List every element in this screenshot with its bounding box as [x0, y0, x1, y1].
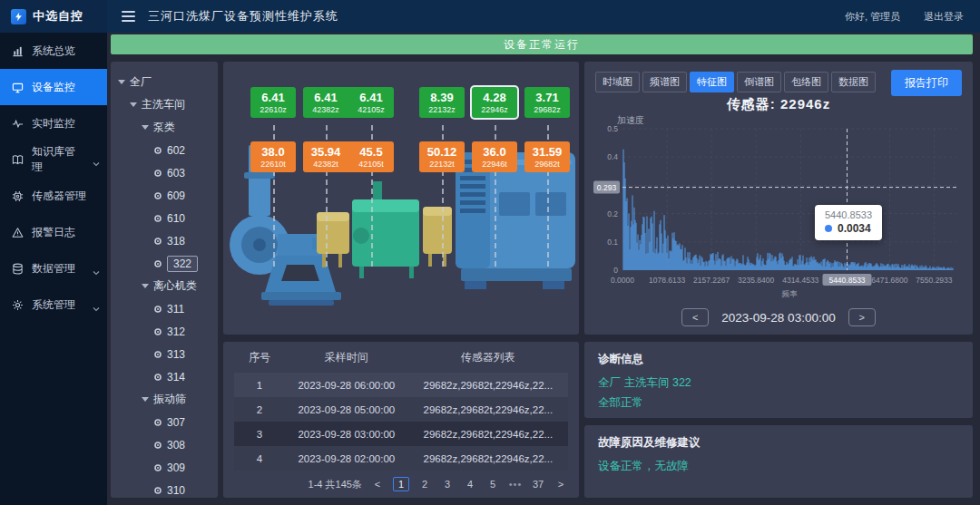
print-report-button[interactable]: 报告打印 — [891, 70, 962, 96]
gear-node-icon — [153, 486, 162, 495]
tree-node-312[interactable]: 312 — [114, 320, 214, 343]
sensor-42382z[interactable]: 6.4142382z — [303, 87, 348, 118]
equipment-image — [223, 145, 579, 326]
current-date: 2023-09-28 03:00:00 — [721, 311, 835, 325]
tab-3[interactable]: 倒谱图 — [737, 72, 781, 92]
realtime-monitor-icon — [12, 118, 24, 130]
gear-node-icon — [153, 373, 162, 382]
diagnosis-title: 诊断信息 — [598, 352, 959, 367]
tab-1[interactable]: 频谱图 — [642, 72, 687, 92]
table-row[interactable]: 42023-09-28 02:00:0029682z,29682t,22946z… — [234, 446, 568, 471]
date-navigation: < 2023-09-28 03:00:00 > — [584, 308, 973, 326]
tree-node-314[interactable]: 314 — [114, 365, 214, 388]
sensor-29682z[interactable]: 3.7129682z — [524, 87, 570, 118]
gear-node-icon — [153, 350, 162, 359]
sensor-22610z[interactable]: 6.4122610z — [250, 87, 296, 118]
menu-toggle-icon[interactable] — [122, 11, 135, 22]
sensor-value-box: 3.7129682z — [524, 87, 570, 118]
tree-node-label: 310 — [167, 484, 185, 497]
next-date-button[interactable]: > — [848, 308, 876, 326]
tree-branch-vibrating-screens[interactable]: 振动筛 — [114, 388, 214, 411]
table-row[interactable]: 12023-09-28 06:00:0029682z,29682t,22946z… — [234, 373, 568, 397]
tree-branch-pumps[interactable]: 泵类 — [114, 116, 214, 139]
sensor-42382t[interactable]: 35.9442382t — [303, 141, 348, 172]
sidebar-item-label: 系统总览 — [32, 44, 75, 59]
page-button-5[interactable]: 5 — [485, 479, 500, 490]
page-button-3[interactable]: 3 — [440, 479, 455, 490]
sensor-value-box: 6.4122610z — [250, 87, 296, 118]
sensor-22610t[interactable]: 38.022610t — [250, 141, 296, 172]
tree-node-322[interactable]: 322 — [114, 252, 214, 275]
tree-node-307[interactable]: 307 — [114, 411, 214, 433]
chart-panel: 时域图频谱图特征图倒谱图包络图数据图 报告打印 传感器: 22946z 加速度 … — [584, 62, 973, 335]
tree-node-308[interactable]: 308 — [114, 433, 214, 456]
chevron-down-icon — [93, 302, 100, 307]
spectrum-chart[interactable]: 00.10.20.40.50.00001078.61332157.2267323… — [592, 121, 965, 308]
sidebar-item-realtime[interactable]: 实时监控 — [0, 105, 107, 141]
tree-node-602[interactable]: 602 — [114, 139, 214, 161]
svg-text:0.4: 0.4 — [607, 152, 618, 161]
sidebar-item-device-monitor[interactable]: 设备监控 — [0, 69, 107, 105]
gear-node-icon — [153, 191, 162, 200]
table-row[interactable]: 32023-09-28 03:00:0029682z,29682t,22946z… — [234, 422, 568, 446]
tab-5[interactable]: 数据图 — [831, 72, 876, 92]
gear-node-icon — [153, 214, 162, 223]
overview-icon — [12, 45, 24, 57]
tab-2[interactable]: 特征图 — [690, 72, 734, 92]
tab-0[interactable]: 时域图 — [595, 72, 640, 92]
sensor-value: 35.94 — [311, 145, 341, 159]
sensor-temp-box: 38.022610t — [250, 141, 296, 172]
tree-node-label: 全厂 — [130, 74, 152, 90]
svg-text:5440.8533: 5440.8533 — [828, 276, 865, 285]
sensor-id: 42105z — [358, 104, 385, 115]
sensor-22946z[interactable]: 4.2822946z — [472, 87, 517, 118]
sidebar-item-label: 设备监控 — [32, 80, 75, 95]
sidebar-item-overview[interactable]: 系统总览 — [0, 33, 107, 69]
sidebar-item-data-manage[interactable]: 数据管理 — [0, 250, 107, 286]
svg-text:7550.2933: 7550.2933 — [916, 276, 952, 285]
sensor-value: 50.12 — [427, 145, 457, 159]
sidebar-item-system-manage[interactable]: 系统管理 — [0, 286, 107, 323]
pagination-ellipsis: ••• — [508, 479, 523, 490]
sidebar-item-knowledge[interactable]: 知识库管理 — [0, 141, 107, 178]
sensor-value: 36.0 — [483, 145, 505, 159]
page-button-2[interactable]: 2 — [417, 479, 432, 490]
tree-node-313[interactable]: 313 — [114, 343, 214, 365]
sensor-42105z[interactable]: 6.4142105z — [348, 87, 394, 118]
page-button-4[interactable]: 4 — [463, 479, 477, 490]
tree-node-318[interactable]: 318 — [114, 229, 214, 252]
svg-text:0.0000: 0.0000 — [611, 276, 634, 285]
prev-date-button[interactable]: < — [681, 308, 709, 326]
prev-page-button[interactable]: < — [370, 479, 385, 490]
tree-node-label: 主洗车间 — [142, 97, 185, 112]
sensor-id: 42105t — [358, 159, 384, 170]
tree-node-603[interactable]: 603 — [114, 161, 214, 184]
sidebar-item-sensor-manage[interactable]: 传感器管理 — [0, 178, 107, 214]
tree-node-609[interactable]: 609 — [114, 184, 214, 207]
sensor-22132z[interactable]: 8.3922132z — [419, 87, 465, 118]
tree-node-309[interactable]: 309 — [114, 456, 214, 479]
tree-node-311[interactable]: 311 — [114, 297, 214, 320]
tab-4[interactable]: 包络图 — [784, 72, 828, 92]
sidebar-item-alarm-log[interactable]: 报警日志 — [0, 214, 107, 250]
tree-branch-main-wash-shop[interactable]: 主洗车间 — [114, 93, 214, 116]
tree-node-610[interactable]: 610 — [114, 207, 214, 229]
logout-link[interactable]: 退出登录 — [924, 10, 964, 24]
sensor-42105t[interactable]: 45.542105t — [348, 141, 394, 172]
sensor-29682t[interactable]: 31.5929682t — [524, 141, 570, 172]
tree-branch-all-plant[interactable]: 全厂 — [114, 71, 214, 93]
sensor-22946t[interactable]: 36.022946t — [472, 141, 517, 172]
sidebar-item-label: 系统管理 — [32, 297, 75, 313]
tree-node-label: 318 — [167, 235, 185, 248]
page-button-1[interactable]: 1 — [393, 477, 409, 491]
sensor-id: 29682z — [534, 104, 561, 115]
sensor-id: 22610t — [260, 159, 286, 170]
sensor-22132t[interactable]: 50.1222132t — [419, 141, 465, 172]
tree-branch-centrifuges[interactable]: 离心机类 — [114, 275, 214, 297]
tree-node-310[interactable]: 310 — [114, 479, 214, 498]
topbar: 中选自控 三河口洗煤厂设备预测性维护系统 你好, 管理员 退出登录 — [0, 0, 980, 33]
table-row[interactable]: 22023-09-28 05:00:0029682z,29682t,22946z… — [234, 397, 568, 422]
next-page-button[interactable]: > — [554, 479, 568, 490]
page-button-37[interactable]: 37 — [531, 479, 545, 490]
svg-text:频率: 频率 — [782, 289, 799, 298]
